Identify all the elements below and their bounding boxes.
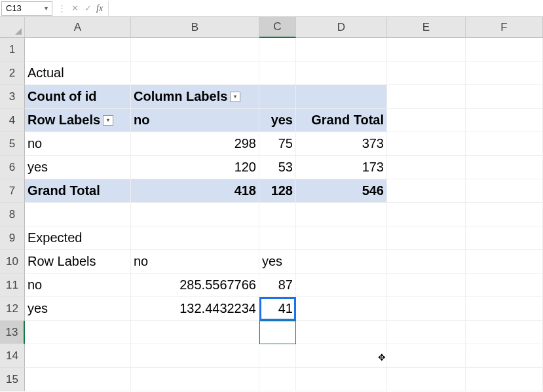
cell-D11[interactable]	[296, 274, 387, 297]
cell-D15[interactable]	[296, 368, 387, 391]
cell-A3[interactable]: Count of id	[25, 85, 131, 109]
cell-D1[interactable]	[296, 38, 387, 62]
cell-C9[interactable]	[259, 226, 296, 250]
row-header-8[interactable]: 8	[0, 203, 25, 226]
cell-E3[interactable]	[387, 85, 466, 109]
cell-F15[interactable]	[466, 368, 543, 391]
cell-A8[interactable]	[25, 203, 131, 226]
cell-C2[interactable]	[259, 62, 296, 85]
cell-B5[interactable]: 298	[131, 132, 259, 156]
cell-F8[interactable]	[466, 203, 543, 226]
row-header-11[interactable]: 11	[0, 274, 25, 297]
cell-C14[interactable]	[259, 344, 296, 368]
cell-A14[interactable]	[25, 344, 131, 368]
name-box[interactable]: C13 ▾	[1, 1, 52, 16]
cell-D6[interactable]: 173	[296, 156, 387, 179]
row-header-5[interactable]: 5	[0, 132, 25, 156]
cell-B10[interactable]: no	[131, 250, 259, 274]
cell-B2[interactable]	[131, 62, 259, 85]
cell-A6[interactable]: yes	[25, 156, 131, 179]
cell-A2[interactable]: Actual	[25, 62, 131, 85]
cell-B9[interactable]	[131, 226, 259, 250]
cell-C7[interactable]: 128	[259, 179, 296, 203]
cell-C3[interactable]	[259, 85, 296, 109]
fx-icon[interactable]: fx	[96, 3, 103, 14]
cell-D10[interactable]	[296, 250, 387, 274]
cell-D4[interactable]: Grand Total	[296, 109, 387, 132]
cell-A10[interactable]: Row Labels	[25, 250, 131, 274]
cell-C5[interactable]: 75	[259, 132, 296, 156]
cell-F2[interactable]	[466, 62, 543, 85]
cell-D9[interactable]	[296, 226, 387, 250]
cell-A1[interactable]	[25, 38, 131, 62]
cell-E7[interactable]	[387, 179, 466, 203]
col-header-E[interactable]: E	[387, 17, 466, 38]
column-labels-dropdown-icon[interactable]: ▾	[230, 92, 240, 102]
cell-E5[interactable]	[387, 132, 466, 156]
cell-A11[interactable]: no	[25, 274, 131, 297]
cell-E12[interactable]	[387, 297, 466, 321]
row-header-7[interactable]: 7	[0, 179, 25, 203]
cell-E6[interactable]	[387, 156, 466, 179]
col-header-B[interactable]: B	[131, 17, 259, 38]
cell-D2[interactable]	[296, 62, 387, 85]
cell-F6[interactable]	[466, 156, 543, 179]
row-header-12[interactable]: 12	[0, 297, 25, 321]
cell-F13[interactable]	[466, 321, 543, 344]
cell-D3[interactable]	[296, 85, 387, 109]
cell-A4[interactable]: Row Labels ▾	[25, 109, 131, 132]
select-all-corner[interactable]	[0, 17, 25, 38]
cell-F11[interactable]	[466, 274, 543, 297]
cell-D8[interactable]	[296, 203, 387, 226]
cell-A9[interactable]: Expected	[25, 226, 131, 250]
cell-C6[interactable]: 53	[259, 156, 296, 179]
formula-input[interactable]	[108, 1, 543, 16]
cell-B3[interactable]: Column Labels ▾	[131, 85, 259, 109]
cell-E14[interactable]	[387, 344, 466, 368]
cell-B11[interactable]: 285.5567766	[131, 274, 259, 297]
row-labels-dropdown-icon[interactable]: ▾	[103, 115, 113, 126]
cell-C1[interactable]	[259, 38, 296, 62]
cell-B12[interactable]: 132.4432234	[131, 297, 259, 321]
chevron-down-icon[interactable]: ▾	[45, 5, 48, 12]
row-header-1[interactable]: 1	[0, 38, 25, 62]
cell-F7[interactable]	[466, 179, 543, 203]
row-header-4[interactable]: 4	[0, 109, 25, 132]
cell-D7[interactable]: 546	[296, 179, 387, 203]
col-header-A[interactable]: A	[25, 17, 131, 38]
cell-D5[interactable]: 373	[296, 132, 387, 156]
cell-E9[interactable]	[387, 226, 466, 250]
row-header-10[interactable]: 10	[0, 250, 25, 274]
cell-B4[interactable]: no	[131, 109, 259, 132]
cell-E4[interactable]	[387, 109, 466, 132]
cell-F10[interactable]	[466, 250, 543, 274]
row-header-13[interactable]: 13	[0, 321, 25, 344]
cell-F9[interactable]	[466, 226, 543, 250]
cell-B13[interactable]	[131, 321, 259, 344]
cell-C4[interactable]: yes	[259, 109, 296, 132]
spreadsheet-grid[interactable]: A B C D E F 1 2 Actual 3 C	[0, 17, 543, 392]
col-header-D[interactable]: D	[296, 17, 387, 38]
row-header-3[interactable]: 3	[0, 85, 25, 109]
row-header-6[interactable]: 6	[0, 156, 25, 179]
cell-C8[interactable]	[259, 203, 296, 226]
cell-C13[interactable]	[259, 321, 296, 344]
cell-C12[interactable]: 41	[259, 297, 296, 321]
cell-B14[interactable]	[131, 344, 259, 368]
cell-B7[interactable]: 418	[131, 179, 259, 203]
row-header-15[interactable]: 15	[0, 368, 25, 391]
cell-D14[interactable]	[296, 344, 387, 368]
cell-F12[interactable]	[466, 297, 543, 321]
row-header-2[interactable]: 2	[0, 62, 25, 85]
enter-icon[interactable]: ✓	[83, 3, 92, 13]
cell-C10[interactable]: yes	[259, 250, 296, 274]
cell-F1[interactable]	[466, 38, 543, 62]
cell-A12[interactable]: yes	[25, 297, 131, 321]
cell-C11[interactable]: 87	[259, 274, 296, 297]
cell-B8[interactable]	[131, 203, 259, 226]
cell-F5[interactable]	[466, 132, 543, 156]
cell-E11[interactable]	[387, 274, 466, 297]
cell-A13[interactable]	[25, 321, 131, 344]
cell-E15[interactable]	[387, 368, 466, 391]
col-header-C[interactable]: C	[259, 17, 296, 38]
